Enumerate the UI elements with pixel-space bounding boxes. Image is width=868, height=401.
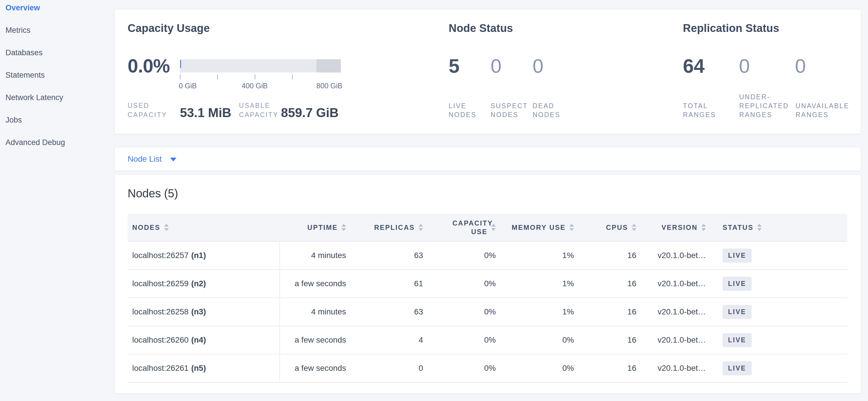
live-nodes-label: LIVE NODES bbox=[449, 102, 491, 119]
replicas-cell: 61 bbox=[352, 269, 430, 298]
cpus-cell: 16 bbox=[584, 241, 643, 269]
column-header-nodes[interactable]: NODES bbox=[128, 214, 280, 241]
capacity-use-cell: 0% bbox=[430, 298, 506, 326]
nodes-heading: Nodes (5) bbox=[128, 186, 178, 200]
sidebar-item-statements[interactable]: Statements bbox=[5, 71, 65, 79]
nodes-table-card: Nodes (5) NODES UPTIME REPLICAS bbox=[114, 174, 861, 394]
sidebar-item-databases[interactable]: Databases bbox=[5, 49, 65, 57]
replication-status-section: Replication Status 64 0 0 TOTAL RANGES U… bbox=[683, 9, 867, 134]
replicas-cell: 4 bbox=[352, 326, 430, 354]
chevron-down-icon bbox=[170, 157, 177, 161]
sidebar: Overview Metrics Databases Statements Ne… bbox=[0, 0, 114, 401]
sidebar-item-network-latency[interactable]: Network Latency bbox=[5, 93, 65, 102]
memory-use-cell: 1% bbox=[506, 298, 584, 326]
nodes-table: NODES UPTIME REPLICAS CAPACITY USE MEMOR… bbox=[128, 214, 847, 382]
table-header-row: NODES UPTIME REPLICAS CAPACITY USE MEMOR… bbox=[128, 214, 847, 241]
live-nodes-count: 5 bbox=[449, 55, 491, 77]
node-name-cell[interactable]: localhost:26260(n4) bbox=[128, 326, 280, 354]
replicas-cell: 63 bbox=[352, 241, 430, 269]
cpus-cell: 16 bbox=[584, 269, 643, 298]
table-row: localhost:26261(n5) a few seconds 0 0% 0… bbox=[128, 354, 847, 382]
replicas-cell: 63 bbox=[352, 298, 430, 326]
suspect-nodes-label: SUSPECT NODES bbox=[491, 102, 533, 119]
axis-label-0gib: 0 GiB bbox=[179, 82, 197, 90]
node-status-title: Node Status bbox=[449, 22, 513, 34]
used-capacity-label: USED CAPACITY bbox=[128, 101, 173, 119]
node-name-cell[interactable]: localhost:26258(n3) bbox=[128, 298, 280, 326]
status-badge: LIVE bbox=[722, 333, 752, 347]
column-header-status[interactable]: STATUS bbox=[712, 214, 847, 241]
cpus-cell: 16 bbox=[584, 354, 643, 382]
under-replicated-ranges-label: UNDER-REPLICATED RANGES bbox=[739, 93, 796, 119]
capacity-use-cell: 0% bbox=[430, 354, 506, 382]
uptime-cell: a few seconds bbox=[280, 326, 352, 354]
version-cell: v20.1.0-bet… bbox=[643, 269, 712, 298]
status-cell: LIVE bbox=[712, 241, 847, 269]
capacity-use-cell: 0% bbox=[430, 269, 506, 298]
sort-caret-icon bbox=[569, 224, 574, 231]
status-badge: LIVE bbox=[722, 305, 752, 319]
axis-label-800gib: 800 GiB bbox=[316, 82, 342, 90]
version-cell: v20.1.0-bet… bbox=[643, 241, 712, 269]
sidebar-item-advanced-debug[interactable]: Advanced Debug bbox=[5, 138, 65, 146]
capacity-usage-title: Capacity Usage bbox=[128, 22, 210, 34]
dead-nodes-label: DEAD NODES bbox=[533, 102, 575, 119]
capacity-bar-used-indicator bbox=[180, 60, 181, 68]
axis-label-400gib: 400 GiB bbox=[242, 82, 268, 90]
memory-use-cell: 0% bbox=[506, 326, 584, 354]
status-badge: LIVE bbox=[722, 249, 752, 263]
suspect-nodes-count: 0 bbox=[491, 55, 533, 77]
memory-use-cell: 0% bbox=[506, 354, 584, 382]
column-header-uptime[interactable]: UPTIME bbox=[280, 214, 352, 241]
unavailable-ranges-count: 0 bbox=[795, 55, 851, 77]
sidebar-item-overview[interactable]: Overview bbox=[5, 4, 65, 12]
status-cell: LIVE bbox=[712, 354, 847, 382]
status-cell: LIVE bbox=[712, 298, 847, 326]
unavailable-ranges-label: UNAVAILABLE RANGES bbox=[796, 102, 852, 119]
total-ranges-count: 64 bbox=[683, 55, 739, 77]
cluster-summary-card: Capacity Usage 0.0% 0 GiB 400 GiB 800 Gi… bbox=[114, 9, 861, 134]
version-cell: v20.1.0-bet… bbox=[643, 326, 712, 354]
replicas-cell: 0 bbox=[352, 354, 430, 382]
dead-nodes-count: 0 bbox=[533, 55, 575, 77]
axis-tick bbox=[292, 75, 292, 79]
used-capacity-value: 53.1 MiB bbox=[180, 106, 231, 119]
sidebar-item-jobs[interactable]: Jobs bbox=[5, 116, 65, 124]
sort-caret-icon bbox=[701, 224, 706, 231]
capacity-use-cell: 0% bbox=[430, 326, 506, 354]
uptime-cell: 4 minutes bbox=[280, 241, 352, 269]
sort-caret-icon bbox=[418, 224, 423, 231]
uptime-cell: a few seconds bbox=[280, 269, 352, 298]
usable-capacity-label: USABLE CAPACITY bbox=[239, 101, 276, 119]
capacity-usage-section: Capacity Usage 0.0% 0 GiB 400 GiB 800 Gi… bbox=[128, 9, 352, 134]
uptime-cell: 4 minutes bbox=[280, 298, 352, 326]
node-list-dropdown[interactable]: Node List bbox=[114, 147, 861, 171]
node-list-dropdown-label[interactable]: Node List bbox=[128, 154, 161, 164]
capacity-bar-track bbox=[180, 59, 341, 73]
status-cell: LIVE bbox=[712, 326, 847, 354]
capacity-use-cell: 0% bbox=[430, 241, 506, 269]
capacity-percent: 0.0% bbox=[128, 55, 180, 77]
version-cell: v20.1.0-bet… bbox=[643, 298, 712, 326]
node-name-cell[interactable]: localhost:26257(n1) bbox=[128, 241, 280, 269]
status-cell: LIVE bbox=[712, 269, 847, 298]
node-name-cell[interactable]: localhost:26259(n2) bbox=[128, 269, 280, 298]
status-badge: LIVE bbox=[722, 361, 752, 375]
column-header-cpus[interactable]: CPUS bbox=[584, 214, 643, 241]
table-row: localhost:26258(n3) 4 minutes 63 0% 1% 1… bbox=[128, 298, 847, 326]
version-cell: v20.1.0-bet… bbox=[643, 354, 712, 382]
node-status-section: Node Status 5 0 0 LIVE NODES SUSPECT NOD… bbox=[449, 9, 627, 134]
sort-caret-icon bbox=[632, 224, 636, 231]
column-header-capacity-use[interactable]: CAPACITY USE bbox=[430, 214, 506, 241]
column-header-replicas[interactable]: REPLICAS bbox=[352, 214, 430, 241]
table-row: localhost:26260(n4) a few seconds 4 0% 0… bbox=[128, 326, 847, 354]
node-name-cell[interactable]: localhost:26261(n5) bbox=[128, 354, 280, 382]
cpus-cell: 16 bbox=[584, 298, 643, 326]
column-header-version[interactable]: VERSION bbox=[643, 214, 712, 241]
axis-tick bbox=[255, 75, 255, 79]
column-header-memory-use[interactable]: MEMORY USE bbox=[506, 214, 584, 241]
under-replicated-ranges-count: 0 bbox=[739, 55, 795, 77]
sidebar-item-metrics[interactable]: Metrics bbox=[5, 26, 65, 34]
uptime-cell: a few seconds bbox=[280, 354, 352, 382]
axis-tick bbox=[217, 75, 218, 79]
